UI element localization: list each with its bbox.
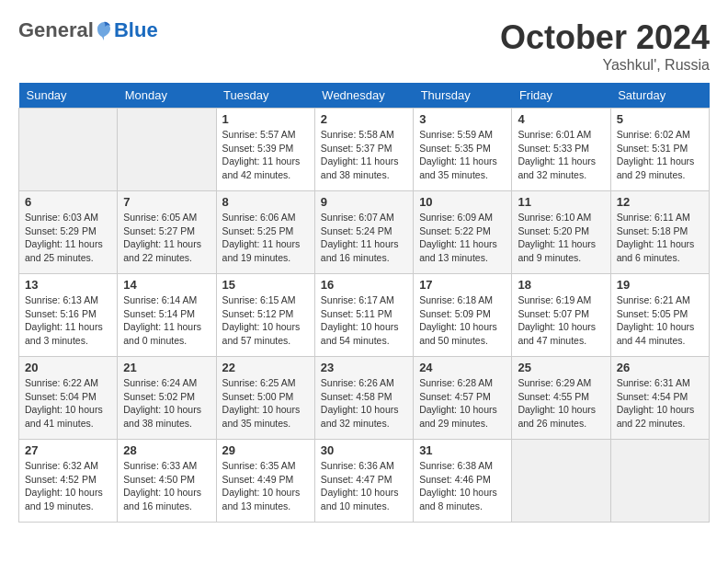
week-row-2: 6Sunrise: 6:03 AM Sunset: 5:29 PM Daylig… (19, 191, 710, 274)
calendar-cell: 20Sunrise: 6:22 AM Sunset: 5:04 PM Dayli… (19, 357, 118, 440)
calendar-cell: 29Sunrise: 6:35 AM Sunset: 4:49 PM Dayli… (216, 440, 314, 523)
day-info: Sunrise: 6:21 AM Sunset: 5:05 PM Dayligh… (617, 293, 703, 348)
day-number: 9 (321, 195, 407, 209)
day-info: Sunrise: 6:31 AM Sunset: 4:54 PM Dayligh… (617, 376, 703, 431)
calendar-cell (512, 440, 610, 523)
day-number: 22 (222, 361, 309, 374)
week-row-4: 20Sunrise: 6:22 AM Sunset: 5:04 PM Dayli… (19, 357, 710, 440)
calendar-cell: 6Sunrise: 6:03 AM Sunset: 5:29 PM Daylig… (19, 191, 118, 274)
week-row-1: 1Sunrise: 5:57 AM Sunset: 5:39 PM Daylig… (19, 109, 710, 191)
day-number: 23 (321, 361, 407, 374)
calendar-cell: 9Sunrise: 6:07 AM Sunset: 5:24 PM Daylig… (314, 191, 413, 274)
logo-general: General (18, 18, 94, 42)
day-info: Sunrise: 6:15 AM Sunset: 5:12 PM Dayligh… (222, 293, 309, 348)
weekday-thursday: Thursday (414, 83, 512, 109)
day-info: Sunrise: 5:58 AM Sunset: 5:37 PM Dayligh… (321, 128, 407, 182)
day-info: Sunrise: 6:05 AM Sunset: 5:27 PM Dayligh… (123, 211, 210, 265)
day-number: 16 (321, 278, 407, 292)
day-number: 13 (25, 278, 111, 292)
calendar-cell: 21Sunrise: 6:24 AM Sunset: 5:02 PM Dayli… (118, 357, 216, 440)
day-info: Sunrise: 6:13 AM Sunset: 5:16 PM Dayligh… (25, 293, 111, 348)
day-number: 19 (617, 278, 703, 292)
weekday-wednesday: Wednesday (314, 83, 413, 109)
calendar-cell: 3Sunrise: 5:59 AM Sunset: 5:35 PM Daylig… (414, 109, 512, 191)
calendar-cell: 18Sunrise: 6:19 AM Sunset: 5:07 PM Dayli… (512, 274, 610, 357)
calendar-cell: 23Sunrise: 6:26 AM Sunset: 4:58 PM Dayli… (314, 357, 413, 440)
calendar-cell (19, 109, 118, 191)
day-number: 10 (419, 195, 506, 209)
day-number: 31 (419, 443, 506, 457)
calendar-cell (118, 109, 216, 191)
day-info: Sunrise: 6:07 AM Sunset: 5:24 PM Dayligh… (321, 211, 407, 265)
day-number: 29 (222, 443, 309, 457)
day-number: 2 (321, 112, 407, 126)
day-number: 1 (222, 112, 309, 126)
day-info: Sunrise: 6:02 AM Sunset: 5:31 PM Dayligh… (617, 128, 703, 182)
day-number: 4 (518, 112, 604, 126)
calendar-cell: 24Sunrise: 6:28 AM Sunset: 4:57 PM Dayli… (414, 357, 512, 440)
calendar-cell: 7Sunrise: 6:05 AM Sunset: 5:27 PM Daylig… (118, 191, 216, 274)
weekday-tuesday: Tuesday (216, 83, 314, 109)
calendar-cell: 15Sunrise: 6:15 AM Sunset: 5:12 PM Dayli… (216, 274, 314, 357)
logo: General Blue (18, 18, 158, 42)
logo-bird-icon (96, 20, 112, 40)
day-number: 25 (518, 361, 604, 374)
day-number: 5 (617, 112, 703, 126)
day-info: Sunrise: 6:11 AM Sunset: 5:18 PM Dayligh… (617, 211, 703, 265)
day-info: Sunrise: 6:26 AM Sunset: 4:58 PM Dayligh… (321, 376, 407, 431)
day-number: 11 (518, 195, 604, 209)
calendar-cell: 10Sunrise: 6:09 AM Sunset: 5:22 PM Dayli… (414, 191, 512, 274)
day-number: 15 (222, 278, 309, 292)
day-number: 18 (518, 278, 604, 292)
day-info: Sunrise: 6:35 AM Sunset: 4:49 PM Dayligh… (222, 459, 309, 513)
weekday-friday: Friday (512, 83, 610, 109)
location: Yashkul', Russia (500, 57, 710, 74)
day-number: 7 (123, 195, 210, 209)
month-title: October 2024 (500, 18, 710, 57)
day-info: Sunrise: 6:24 AM Sunset: 5:02 PM Dayligh… (123, 376, 210, 431)
day-number: 21 (123, 361, 210, 374)
day-info: Sunrise: 6:38 AM Sunset: 4:46 PM Dayligh… (419, 459, 506, 513)
day-number: 26 (617, 361, 703, 374)
calendar-cell: 25Sunrise: 6:29 AM Sunset: 4:55 PM Dayli… (512, 357, 610, 440)
calendar-cell: 11Sunrise: 6:10 AM Sunset: 5:20 PM Dayli… (512, 191, 610, 274)
day-number: 17 (419, 278, 506, 292)
calendar-cell: 4Sunrise: 6:01 AM Sunset: 5:33 PM Daylig… (512, 109, 610, 191)
calendar-cell: 22Sunrise: 6:25 AM Sunset: 5:00 PM Dayli… (216, 357, 314, 440)
day-info: Sunrise: 6:32 AM Sunset: 4:52 PM Dayligh… (25, 459, 111, 513)
calendar-cell: 30Sunrise: 6:36 AM Sunset: 4:47 PM Dayli… (314, 440, 413, 523)
calendar-cell: 26Sunrise: 6:31 AM Sunset: 4:54 PM Dayli… (610, 357, 709, 440)
calendar-cell: 31Sunrise: 6:38 AM Sunset: 4:46 PM Dayli… (414, 440, 512, 523)
day-info: Sunrise: 6:25 AM Sunset: 5:00 PM Dayligh… (222, 376, 309, 431)
day-number: 27 (25, 443, 111, 457)
calendar-cell: 13Sunrise: 6:13 AM Sunset: 5:16 PM Dayli… (19, 274, 118, 357)
calendar-cell: 28Sunrise: 6:33 AM Sunset: 4:50 PM Dayli… (118, 440, 216, 523)
calendar-cell: 1Sunrise: 5:57 AM Sunset: 5:39 PM Daylig… (216, 109, 314, 191)
calendar-cell: 14Sunrise: 6:14 AM Sunset: 5:14 PM Dayli… (118, 274, 216, 357)
calendar-cell: 17Sunrise: 6:18 AM Sunset: 5:09 PM Dayli… (414, 274, 512, 357)
weekday-header-row: SundayMondayTuesdayWednesdayThursdayFrid… (19, 83, 710, 109)
day-number: 12 (617, 195, 703, 209)
calendar-cell: 27Sunrise: 6:32 AM Sunset: 4:52 PM Dayli… (19, 440, 118, 523)
calendar-cell: 2Sunrise: 5:58 AM Sunset: 5:37 PM Daylig… (314, 109, 413, 191)
day-number: 20 (25, 361, 111, 374)
weekday-sunday: Sunday (19, 83, 118, 109)
weekday-saturday: Saturday (610, 83, 709, 109)
calendar-cell: 5Sunrise: 6:02 AM Sunset: 5:31 PM Daylig… (610, 109, 709, 191)
day-info: Sunrise: 6:17 AM Sunset: 5:11 PM Dayligh… (321, 293, 407, 348)
day-info: Sunrise: 6:18 AM Sunset: 5:09 PM Dayligh… (419, 293, 506, 348)
week-row-5: 27Sunrise: 6:32 AM Sunset: 4:52 PM Dayli… (19, 440, 710, 523)
day-info: Sunrise: 6:09 AM Sunset: 5:22 PM Dayligh… (419, 211, 506, 265)
day-info: Sunrise: 6:01 AM Sunset: 5:33 PM Dayligh… (518, 128, 604, 182)
day-info: Sunrise: 6:14 AM Sunset: 5:14 PM Dayligh… (123, 293, 210, 348)
day-number: 3 (419, 112, 506, 126)
calendar-cell: 8Sunrise: 6:06 AM Sunset: 5:25 PM Daylig… (216, 191, 314, 274)
calendar: SundayMondayTuesdayWednesdayThursdayFrid… (18, 83, 710, 523)
day-info: Sunrise: 6:22 AM Sunset: 5:04 PM Dayligh… (25, 376, 111, 431)
day-number: 14 (123, 278, 210, 292)
day-number: 8 (222, 195, 309, 209)
calendar-cell (610, 440, 709, 523)
day-info: Sunrise: 6:06 AM Sunset: 5:25 PM Dayligh… (222, 211, 309, 265)
day-info: Sunrise: 5:57 AM Sunset: 5:39 PM Dayligh… (222, 128, 309, 182)
day-info: Sunrise: 6:33 AM Sunset: 4:50 PM Dayligh… (123, 459, 210, 513)
